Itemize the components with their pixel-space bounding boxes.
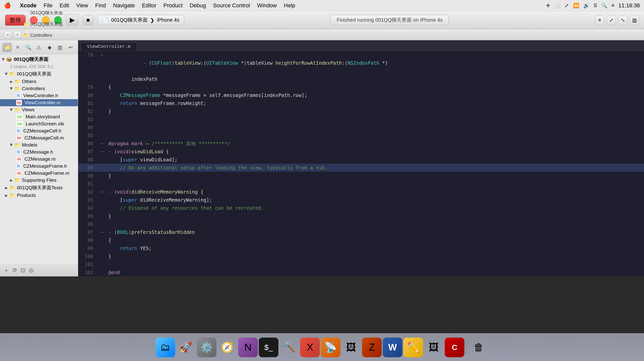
menu-navigate[interactable]: Navigate — [113, 2, 135, 9]
sidebar-item-czmessage-h[interactable]: h CZMessage.h — [0, 149, 78, 156]
filter-scm-button[interactable]: ◎ — [29, 267, 34, 274]
sidebar-item-viewcontroller-m[interactable]: m ViewController.m — [0, 99, 78, 106]
sidebar-item-others[interactable]: ▶ 📁 Others — [0, 78, 78, 85]
notification-icon[interactable]: ≡ — [611, 3, 615, 8]
code-line-89: 89 // Do any additional setup after load… — [78, 164, 644, 172]
sidebar-toolbar: 📁 ≡ 🔍 ⚠ ◆ ▥ ↩ — [0, 40, 78, 54]
sidebar-item-viewcontroller-h[interactable]: h ViewController.h — [0, 92, 78, 99]
sidebar-item-czmessage-m[interactable]: m CZMessage.m — [0, 156, 78, 163]
dock-system-prefs[interactable]: ⚙️ — [197, 338, 216, 357]
volume-icon: 🔊 — [583, 3, 590, 9]
sidebar-breakpoint-button[interactable]: ◆ — [45, 43, 54, 52]
back-button[interactable]: ‹ — [4, 31, 12, 39]
inspector-toggle-button[interactable]: ▥ — [630, 16, 639, 25]
code-line-86: 86 – #pragma mark – /********** 其他 *****… — [78, 139, 644, 148]
sidebar-item-czmessagecell-h[interactable]: h CZMessageCell.h — [0, 127, 78, 134]
dock-terminal[interactable]: $_ — [259, 338, 278, 357]
debug-toggle-button[interactable]: ⤢ — [607, 16, 616, 25]
sidebar-item-project-root[interactable]: ▶ 📦 001QQ聊天界面 — [0, 55, 78, 63]
menu-file[interactable]: File — [44, 2, 52, 9]
dock-trash[interactable]: 🗑 — [469, 338, 489, 357]
assistant-toggle-button[interactable]: ⤡ — [618, 16, 627, 25]
sidebar-item-targets-info: 2 targets, iOS SDK 8.1 — [0, 63, 78, 70]
forward-button[interactable]: › — [14, 31, 21, 39]
spotlight-icon[interactable]: 🔍 — [601, 3, 607, 9]
code-line-94: 94 // Dispose of any resources that can … — [78, 204, 644, 212]
sidebar-item-czmessagecell-m[interactable]: m CZMessageCell.m — [0, 134, 78, 141]
menu-bar: 🍎 Xcode File Edit View Find Navigate Edi… — [0, 0, 644, 11]
menu-product[interactable]: Product — [164, 2, 183, 9]
toolbar: 暂停 ▶ ■ 📄 001QQ聊天界面 ❯ iPhone 4s Finished … — [0, 11, 644, 29]
build-stop-button[interactable]: ■ — [83, 15, 93, 25]
code-line-78b: indexPath — [78, 75, 644, 83]
dock-csdn[interactable]: C — [445, 338, 464, 357]
dock-safari[interactable]: 🧭 — [217, 338, 237, 357]
menu-xcode[interactable]: Xcode — [20, 2, 37, 9]
sidebar-report-button[interactable]: ↩ — [66, 43, 75, 52]
dock-noteexpress[interactable]: X — [300, 338, 320, 357]
device-name: iPhone 4s — [157, 17, 179, 23]
dock-launchpad[interactable]: 🚀 — [176, 338, 196, 357]
scheme-icon: 📄 — [102, 17, 109, 23]
menu-window[interactable]: Window — [257, 2, 277, 9]
code-line-101: 101 — [78, 260, 644, 268]
code-line-88: 88 [super viewDidLoad]; — [78, 156, 644, 164]
dock-photos[interactable]: 🖼 — [341, 338, 361, 357]
apple-menu[interactable]: 🍎 — [4, 2, 11, 9]
sidebar-debug-button[interactable]: ▥ — [55, 43, 65, 52]
sidebar-item-czmessageframe-m[interactable]: m CZMessageFrame.m — [0, 170, 78, 177]
dock-filezilla[interactable]: 📡 — [321, 338, 340, 357]
sidebar-item-main-group[interactable]: ▶ 📁 001QQ聊天界面 — [0, 70, 78, 78]
code-line-92: 92 – - (void)didReceiveMemoryWarning { — [78, 188, 644, 196]
sidebar-item-supporting-files[interactable]: ▶ 📁 Supporting Files — [0, 177, 78, 184]
sidebar-item-models[interactable]: ▶ 📁 Models — [0, 141, 78, 149]
breadcrumb-controllers[interactable]: 📁 Controllers — [23, 32, 78, 38]
sidebar-item-controllers[interactable]: ▶ 📁 Controllers — [0, 85, 78, 92]
sidebar-item-tests[interactable]: ▶ 📁 001QQ聊天界面Tests — [0, 184, 78, 192]
sidebar-warning-button[interactable]: ⚠ — [34, 43, 43, 52]
sidebar-item-main-storyboard[interactable]: sb Main.storyboard — [0, 113, 78, 120]
scheme-selector[interactable]: 📄 001QQ聊天界面 ❯ iPhone 4s — [98, 15, 184, 25]
code-line-82: 82 } — [78, 107, 644, 115]
navigator-toggle-button[interactable]: ≡ — [595, 16, 604, 25]
menu-help[interactable]: Help — [284, 2, 295, 9]
sidebar-file-tree: ▶ 📦 001QQ聊天界面 2 targets, iOS SDK 8.1 ▶ 📁… — [0, 54, 78, 264]
sidebar-item-views[interactable]: ▶ 📁 Views — [0, 106, 78, 113]
content-area: 📁 ≡ 🔍 ⚠ ◆ ▥ ↩ ▶ 📦 001QQ聊天界面 2 targets, i… — [0, 40, 644, 276]
menu-editor[interactable]: Editor — [142, 2, 156, 9]
code-line-93: 93 [super didReceiveMemoryWarning]; — [78, 196, 644, 204]
menu-source-control[interactable]: Source Control — [213, 2, 250, 9]
code-line-84: 84 — [78, 123, 644, 131]
editor-tab-viewcontroller-m[interactable]: ViewController.m — [81, 42, 137, 51]
editor-scroll[interactable]: 78 – - (CGFloat)tableView:(UITableView *… — [78, 51, 644, 276]
stop-button[interactable]: 暂停 — [5, 15, 26, 26]
dock-onenote[interactable]: N — [238, 338, 258, 357]
sidebar-item-products[interactable]: ▶ 📁 Products — [0, 192, 78, 199]
sidebar-file-navigator-button[interactable]: 📁 — [3, 43, 12, 52]
sidebar-symbol-navigator-button[interactable]: ≡ — [13, 43, 22, 52]
nav-bar: ‹ › 📄 001QQ聊天界面 › 📁 001QQ聊天界面 › 📁 Contro… — [0, 29, 644, 40]
filter-recent-button[interactable]: ⟳ — [13, 267, 17, 274]
screen-record-icon: ⬜ — [554, 3, 561, 9]
editor-content: 78 – - (CGFloat)tableView:(UITableView *… — [78, 51, 644, 276]
dock-word[interactable]: W — [383, 338, 402, 357]
menu-debug[interactable]: Debug — [190, 2, 206, 9]
dock-preview[interactable]: 🖼 — [424, 338, 444, 357]
menu-view[interactable]: View — [76, 2, 88, 9]
code-line-87: 87 – - (void)viewDidLoad { — [78, 148, 644, 156]
dock-xcode[interactable]: 🔨 — [279, 338, 299, 357]
code-line-95: 95 } — [78, 212, 644, 220]
sidebar-search-button[interactable]: 🔍 — [24, 43, 33, 52]
input-icon: S — [594, 3, 597, 8]
dock-finder[interactable]: 🗂 — [155, 338, 175, 357]
breadcrumb-group[interactable]: 📁 001QQ聊天界面 — [23, 21, 78, 27]
sidebar-item-czmessageframe-h[interactable]: h CZMessageFrame.h — [0, 163, 78, 170]
filter-unsaved-button[interactable]: ⊡ — [21, 267, 25, 274]
scheme-name: 001QQ聊天界面 — [111, 17, 147, 23]
dock-sketch[interactable]: ✏️ — [403, 338, 423, 357]
menu-find[interactable]: Find — [95, 2, 106, 9]
dock-ftp[interactable]: Z — [362, 338, 382, 357]
sidebar-item-launchscreen[interactable]: sb LaunchScreen.xib — [0, 120, 78, 127]
menu-edit[interactable]: Edit — [59, 2, 69, 9]
add-file-button[interactable]: ＋ — [4, 267, 9, 274]
